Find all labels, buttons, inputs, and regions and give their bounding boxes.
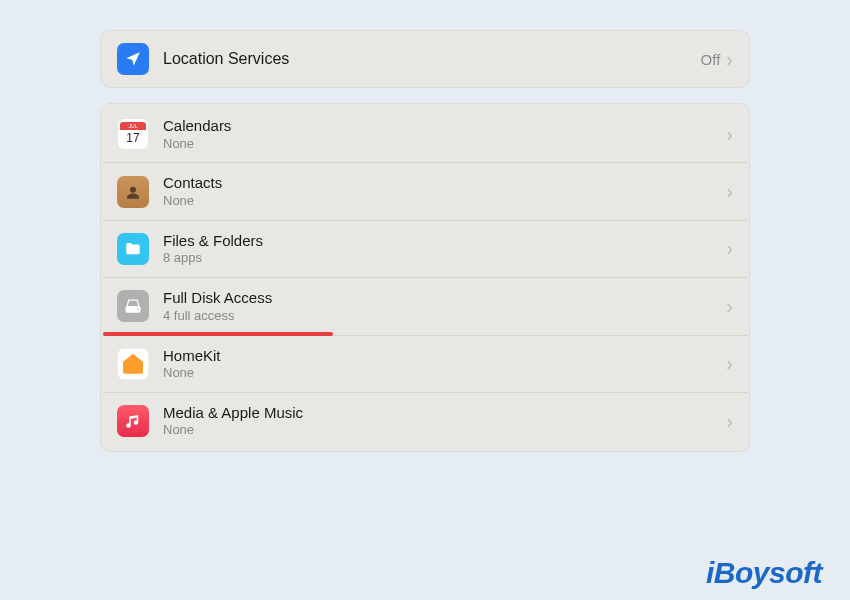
music-note-icon bbox=[117, 405, 149, 437]
full-disk-access-row[interactable]: Full Disk Access 4 full access › bbox=[103, 278, 747, 335]
contacts-text: Contacts None bbox=[163, 173, 726, 209]
chevron-right-icon: › bbox=[726, 48, 733, 71]
homekit-icon bbox=[117, 348, 149, 380]
chevron-right-icon: › bbox=[726, 180, 733, 203]
location-services-section: Location Services Off › bbox=[100, 30, 750, 88]
homekit-row[interactable]: HomeKit None › bbox=[103, 336, 747, 393]
location-services-row[interactable]: Location Services Off › bbox=[103, 33, 747, 85]
chevron-right-icon: › bbox=[726, 295, 733, 318]
contacts-icon bbox=[117, 176, 149, 208]
full-disk-access-label: Full Disk Access bbox=[163, 288, 726, 308]
calendar-icon-month: JUL bbox=[120, 122, 146, 130]
calendars-label: Calendars bbox=[163, 116, 726, 136]
svg-point-2 bbox=[137, 309, 139, 311]
calendars-sub: None bbox=[163, 136, 726, 153]
files-folders-text: Files & Folders 8 apps bbox=[163, 231, 726, 267]
homekit-text: HomeKit None bbox=[163, 346, 726, 382]
watermark-logo: iBoysoft bbox=[706, 556, 822, 590]
calendar-icon-day: 17 bbox=[120, 130, 146, 146]
chevron-right-icon: › bbox=[726, 123, 733, 146]
location-services-label: Location Services bbox=[163, 49, 701, 70]
media-apple-music-sub: None bbox=[163, 422, 726, 439]
full-disk-access-text: Full Disk Access 4 full access bbox=[163, 288, 726, 324]
disk-icon bbox=[117, 290, 149, 322]
folder-icon bbox=[117, 233, 149, 265]
chevron-right-icon: › bbox=[726, 237, 733, 260]
location-services-label-block: Location Services bbox=[163, 49, 701, 70]
chevron-right-icon: › bbox=[726, 410, 733, 433]
homekit-sub: None bbox=[163, 365, 726, 382]
calendars-text: Calendars None bbox=[163, 116, 726, 152]
contacts-sub: None bbox=[163, 193, 726, 210]
media-apple-music-text: Media & Apple Music None bbox=[163, 403, 726, 439]
files-folders-row[interactable]: Files & Folders 8 apps › bbox=[103, 221, 747, 278]
calendars-row[interactable]: JUL 17 Calendars None › bbox=[103, 106, 747, 163]
location-arrow-icon bbox=[117, 43, 149, 75]
media-apple-music-row[interactable]: Media & Apple Music None › bbox=[103, 393, 747, 449]
svg-point-0 bbox=[130, 186, 136, 192]
contacts-row[interactable]: Contacts None › bbox=[103, 163, 747, 220]
calendar-icon: JUL 17 bbox=[117, 118, 149, 150]
privacy-list-section: JUL 17 Calendars None › Contacts None › … bbox=[100, 103, 750, 452]
contacts-label: Contacts bbox=[163, 173, 726, 193]
chevron-right-icon: › bbox=[726, 352, 733, 375]
location-services-value: Off bbox=[701, 51, 721, 68]
files-folders-label: Files & Folders bbox=[163, 231, 726, 251]
files-folders-sub: 8 apps bbox=[163, 250, 726, 267]
media-apple-music-label: Media & Apple Music bbox=[163, 403, 726, 423]
full-disk-access-sub: 4 full access bbox=[163, 308, 726, 325]
homekit-label: HomeKit bbox=[163, 346, 726, 366]
